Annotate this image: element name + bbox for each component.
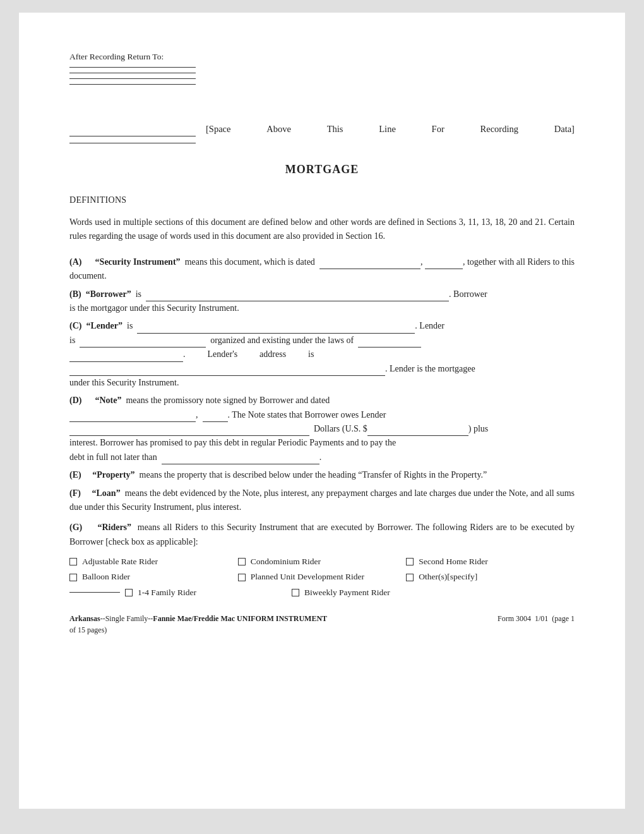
footer-instrument: Fannie Mae/Freddie Mac UNIFORM INSTRUMEN… [153,614,327,623]
footer-page: (page 1 [552,614,575,623]
definitions-header: DEFINITIONS [69,193,575,207]
rider-col-2-3: Other(s)[specify] [406,571,575,583]
second-home-rider-label: Second Home Rider [419,555,487,568]
def-c-org-blank [80,339,206,348]
def-f-label: (F) [69,488,81,498]
second-home-rider-checkbox[interactable] [406,558,414,565]
def-c-label: (C) [69,321,81,330]
footer-right: Form 3004 1/01 (page 1 [498,613,575,636]
document-page: After Recording Return To: [Space Above … [19,13,625,809]
footer-family: --Single Family-- [100,614,153,623]
rider-col-1-2: Condominium Rider [238,555,407,568]
def-g-text: means all Riders to this Security Instru… [69,523,575,546]
def-a-term: “Security Instrument” [95,257,181,267]
rider-col-2-2: Planned Unit Development Rider [238,571,407,583]
def-e-text: means the property that is described bel… [140,470,487,480]
def-c-term: “Lender” [86,321,122,330]
address-line-1 [69,67,196,68]
condominium-rider-checkbox[interactable] [238,558,246,565]
other-rider-label: Other(s)[specify] [419,571,477,583]
def-g-label: (G) [69,523,82,532]
def-d-label: (D) [69,396,81,405]
other-rider-checkbox[interactable] [406,574,414,581]
def-b-label: (B) [69,289,81,299]
adjustable-rate-rider-label: Adjustable Rate Rider [82,555,158,568]
def-d-year-blank [203,413,228,422]
after-recording-label: After Recording Return To: [69,51,575,63]
condominium-rider-label: Condominium Rider [251,555,321,568]
rider-col-3-1: 1-4 Family Rider [125,586,292,599]
definition-a: (A) “Security Instrument” means this doc… [69,255,575,284]
balloon-rider-label: Balloon Rider [82,571,130,583]
def-f-text: means the debt evidenced by the Note, pl… [69,488,575,512]
balloon-rider-checkbox[interactable] [69,574,77,581]
recording-label: Recording [480,123,518,136]
this-label: This [327,123,343,136]
def-d-amount-words-blank [69,427,309,436]
rider-row-1: Adjustable Rate Rider Condominium Rider … [69,555,575,568]
def-g-term: “Riders” [97,523,131,532]
def-d-term: “Note” [95,396,121,405]
footer: Arkansas--Single Family--Fannie Mae/Fred… [69,610,575,636]
footer-form: Form 3004 [498,614,531,623]
biweekly-rider-checkbox[interactable] [292,589,299,596]
recording-second-blank [69,143,196,143]
definition-b: (B) “Borrower” is . Borrower is the mort… [69,287,575,316]
def-c-laws-blank [358,339,421,348]
def-d-date-full-blank [162,456,319,464]
def-c-text1: is [127,321,133,330]
def-e-term: “Property” [92,470,134,480]
rider-row-3: 1-4 Family Rider Biweekly Payment Rider [69,586,575,599]
definition-c: (C) “Lender” is . Lender is organized an… [69,319,575,390]
definition-e: (E) “Property” means the property that i… [69,468,575,482]
definition-g: (G) “Riders” means all Riders to this Se… [69,521,575,549]
biweekly-rider-label: Biweekly Payment Rider [304,586,390,599]
rider-col-2-1: Balloon Rider [69,571,238,583]
def-a-date-blank [319,260,420,269]
def-c-name-blank [137,325,415,334]
intro-paragraph: Words used in multiple sections of this … [69,215,575,244]
footer-date: 1/01 [535,614,548,623]
line-label: Line [379,123,396,136]
def-b-text2: . Borrower [449,289,487,299]
rider-col-3-2: Biweekly Payment Rider [292,586,458,599]
def-b-term: “Borrower” [86,289,131,299]
document-title: MORTGAGE [69,161,575,178]
pud-rider-checkbox[interactable] [238,574,246,581]
family-rider-label: 1-4 Family Rider [138,586,196,599]
riders-table: Adjustable Rate Rider Condominium Rider … [69,555,575,599]
definition-f: (F) “Loan” means the debt evidenced by t… [69,486,575,515]
data-label: Data] [554,123,575,136]
footer-pages: of 15 pages) [69,626,107,634]
address-line-4 [69,84,196,85]
footer-left: Arkansas--Single Family--Fannie Mae/Fred… [69,613,327,636]
rider-row-2: Balloon Rider Planned Unit Development R… [69,571,575,583]
def-f-term: “Loan” [92,488,121,498]
address-line-3 [69,78,196,79]
def-b-text1: is [136,289,141,299]
def-a-label: (A) [69,257,81,267]
rider-col-1-3: Second Home Rider [406,555,575,568]
def-b-name-blank [146,293,449,301]
def-e-label: (E) [69,470,81,480]
rider-blank-line [69,592,120,593]
space-label: [Space [206,123,230,136]
definition-d: (D) “Note” means the promissory note sig… [69,394,575,464]
def-d-date-blank [69,413,196,422]
def-c-address-blank [69,367,385,376]
footer-state: Arkansas [69,614,100,623]
address-line-2 [69,73,196,73]
def-a-date-blank2 [425,260,463,269]
above-label: Above [266,123,291,136]
rider-col-1-1: Adjustable Rate Rider [69,555,238,568]
pud-rider-label: Planned Unit Development Rider [251,571,364,583]
for-label: For [432,123,444,136]
family-rider-checkbox[interactable] [125,589,133,596]
adjustable-rate-rider-checkbox[interactable] [69,558,77,565]
def-a-text1: means this document, which is dated [185,257,315,267]
def-d-amount-blank [367,427,468,436]
def-c-blank2 [69,353,183,362]
recording-left-blank [69,136,196,136]
